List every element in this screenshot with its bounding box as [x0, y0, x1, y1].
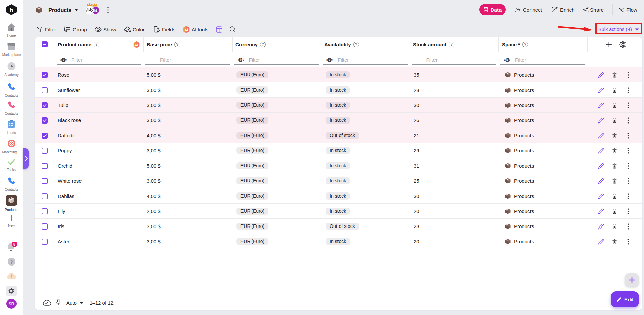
svg-text:5: 5	[13, 242, 16, 246]
svg-text:B: B	[94, 8, 97, 13]
svg-text:?: ?	[10, 259, 13, 265]
svg-text:SB: SB	[9, 302, 14, 306]
svg-text:b: b	[9, 7, 13, 14]
